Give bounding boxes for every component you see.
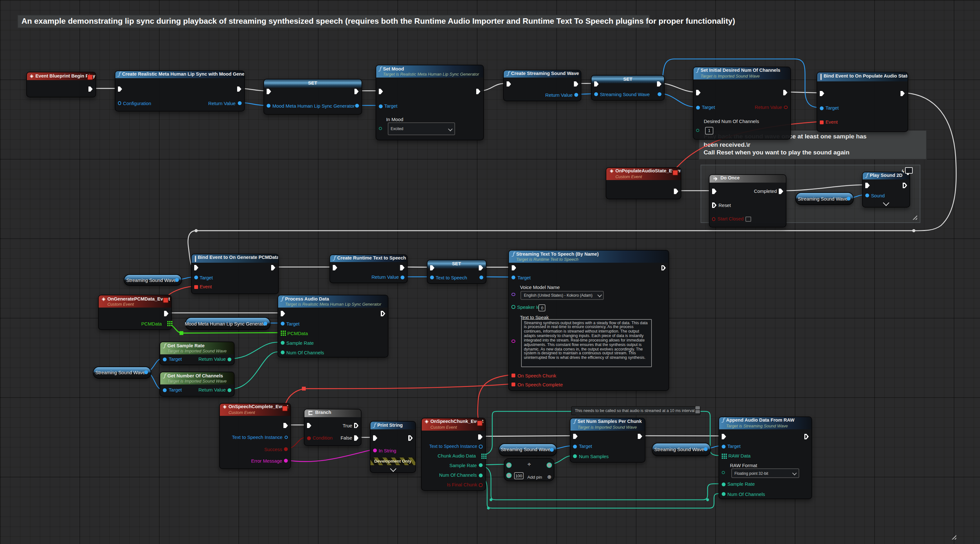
exec-out-pin[interactable] bbox=[164, 311, 169, 316]
var-pill-streaming-sound-wave[interactable]: Streaming Sound Wave bbox=[796, 192, 854, 205]
var-out-pin[interactable] bbox=[355, 104, 359, 108]
expand-chevron-icon[interactable] bbox=[390, 466, 396, 472]
var-in-pin[interactable] bbox=[430, 275, 434, 279]
node-bind-on-generate-pcmdata[interactable]: Bind Event to On Generate PCMData Target… bbox=[191, 254, 278, 294]
node-get-sample-rate[interactable]: ƒGet Sample RateTarget is Imported Sound… bbox=[160, 342, 235, 366]
var-out-pin[interactable] bbox=[847, 197, 851, 200]
chunk-audio-data-pin[interactable] bbox=[481, 454, 483, 455]
node-event-begin-play[interactable]: ◈Event Blueprint Begin Play bbox=[26, 72, 96, 97]
divide-in-b-pin[interactable] bbox=[507, 473, 511, 477]
num-channels-pin[interactable] bbox=[722, 492, 725, 496]
raw-data-array-pin[interactable] bbox=[722, 454, 723, 455]
var-out-pin[interactable] bbox=[703, 448, 707, 452]
return-value-pin[interactable] bbox=[574, 93, 578, 97]
exec-out-pin[interactable] bbox=[478, 434, 483, 439]
node-create-realistic-lipsync[interactable]: ƒCreate Realistic Meta Human Lip Sync wi… bbox=[115, 70, 245, 111]
pcmdata-array-pin[interactable] bbox=[167, 321, 169, 322]
exec-in-pin[interactable] bbox=[512, 265, 516, 271]
exec-in-pin[interactable] bbox=[507, 81, 511, 87]
target-pin[interactable] bbox=[281, 322, 285, 326]
return-value-pin[interactable] bbox=[228, 388, 231, 392]
exec-in-pin[interactable] bbox=[379, 89, 383, 94]
add-pin-icon[interactable]: ⊕ bbox=[547, 474, 551, 480]
node-play-sound-2d[interactable]: ƒPlay Sound 2D Sound bbox=[862, 172, 910, 207]
node-set-mood[interactable]: ƒSet MoodTarget is Realistic Meta Human … bbox=[375, 65, 484, 140]
target-pin[interactable] bbox=[722, 445, 725, 449]
return-value-pin[interactable] bbox=[237, 101, 241, 105]
exec-in-pin[interactable] bbox=[307, 423, 311, 428]
voice-model-dropdown[interactable]: English (United States) - Kokoro (Adam) bbox=[521, 291, 604, 299]
sample-rate-pin[interactable] bbox=[479, 464, 483, 468]
divide-b-input[interactable]: 100 bbox=[514, 472, 523, 479]
false-pin[interactable] bbox=[354, 436, 359, 441]
node-print-string[interactable]: ƒPrint String In String Development Only bbox=[369, 421, 416, 472]
exec-in-pin[interactable] bbox=[573, 433, 578, 439]
in-string-pin[interactable] bbox=[373, 449, 377, 452]
bubble-comment-interval[interactable]: This needs to be called so that audio is… bbox=[571, 406, 700, 415]
node-do-once[interactable]: 1Do Once Completed Reset Start Closed bbox=[709, 174, 786, 227]
target-pin[interactable] bbox=[573, 445, 577, 449]
return-value-pin[interactable] bbox=[784, 106, 788, 109]
tts-instance-pin[interactable] bbox=[479, 445, 483, 448]
target-pin[interactable] bbox=[379, 104, 382, 108]
num-channels-pin[interactable] bbox=[281, 350, 285, 354]
sample-rate-pin[interactable] bbox=[281, 341, 285, 345]
text-to-speak-pin[interactable] bbox=[512, 340, 515, 343]
raw-format-pin[interactable] bbox=[722, 471, 725, 474]
condition-pin[interactable] bbox=[307, 436, 310, 440]
blueprint-canvas[interactable]: An example demonstrating lip sync during… bbox=[0, 0, 980, 544]
node-on-speech-chunk-event[interactable]: ◈OnSpeechChunk_EventCustom Event Text to… bbox=[421, 417, 485, 491]
exec-in-pin[interactable] bbox=[865, 183, 870, 188]
exec-out-pin[interactable] bbox=[88, 86, 92, 92]
in-mood-pin[interactable] bbox=[379, 127, 382, 130]
divide-in-a-pin[interactable] bbox=[507, 463, 511, 467]
return-value-pin[interactable] bbox=[228, 358, 231, 361]
return-value-pin[interactable] bbox=[401, 275, 404, 279]
desired-num-input[interactable]: 1 bbox=[705, 127, 713, 134]
exec-out-pin[interactable] bbox=[408, 436, 413, 441]
exec-in-pin[interactable] bbox=[722, 434, 726, 439]
node-process-audio-data[interactable]: ƒProcess Audio DataTarget is Realistic M… bbox=[278, 295, 389, 358]
node-on-speech-complete-event[interactable]: ◈OnSpeechComplete_EventCustom Event Text… bbox=[219, 403, 291, 469]
success-pin[interactable] bbox=[284, 447, 288, 451]
in-mood-dropdown[interactable]: Excited bbox=[387, 122, 455, 135]
start-closed-checkbox[interactable] bbox=[745, 216, 751, 222]
event-delegate-pin[interactable] bbox=[820, 121, 824, 124]
var-in-pin[interactable] bbox=[594, 92, 598, 96]
node-append-audio-data-from-raw[interactable]: ƒAppend Audio Data From RAWTarget is Str… bbox=[719, 417, 812, 499]
exec-in-pin[interactable] bbox=[712, 189, 717, 194]
target-pin[interactable] bbox=[696, 105, 700, 109]
target-pin[interactable] bbox=[194, 276, 198, 280]
exec-out-pin[interactable] bbox=[783, 90, 788, 95]
voice-model-pin[interactable] bbox=[512, 293, 515, 296]
sound-pin[interactable] bbox=[865, 194, 869, 197]
node-set-mood-generator-var[interactable]: SET Mood Meta Human Lip Sync Generator bbox=[263, 79, 362, 115]
var-in-pin[interactable] bbox=[267, 104, 270, 108]
on-speech-chunk-pin[interactable] bbox=[512, 374, 515, 377]
node-on-generate-pcmdata-event[interactable]: ◈OnGeneratePCMData_EventCustom Event PCM… bbox=[98, 295, 172, 330]
completed-pin[interactable] bbox=[779, 189, 783, 194]
error-message-pin[interactable] bbox=[284, 459, 288, 463]
exec-out-pin[interactable] bbox=[237, 86, 241, 92]
var-pill-streaming-sound-wave[interactable]: Streaming Sound Wave bbox=[652, 443, 711, 456]
exec-out-pin[interactable] bbox=[674, 189, 678, 194]
var-pill-mood-generator[interactable]: Mood Meta Human Lip Sync Generator bbox=[185, 318, 271, 330]
var-out-pin[interactable] bbox=[479, 275, 483, 279]
node-set-text-to-speech-var[interactable]: SET Text to Speech bbox=[427, 259, 487, 284]
node-branch[interactable]: Branch True Condition False bbox=[304, 409, 362, 445]
node-set-streaming-sound-wave-var[interactable]: SET Streaming Sound Wave bbox=[591, 75, 665, 101]
target-pin[interactable] bbox=[163, 388, 167, 392]
target-pin[interactable] bbox=[820, 106, 824, 110]
pcmdata-array-pin[interactable] bbox=[281, 331, 282, 332]
raw-format-dropdown[interactable]: Floating point 32-bit bbox=[731, 468, 799, 478]
var-pill-streaming-sound-wave[interactable]: Streaming Sound Wave bbox=[498, 443, 557, 456]
delegate-icon[interactable] bbox=[282, 405, 288, 411]
desired-num-pin[interactable] bbox=[696, 129, 700, 132]
exec-in-pin[interactable] bbox=[332, 265, 337, 270]
exec-out-pin[interactable] bbox=[804, 434, 809, 439]
exec-in-pin[interactable] bbox=[820, 91, 824, 96]
node-create-streaming-sound-wave[interactable]: ƒCreate Streaming Sound Wave Return Valu… bbox=[503, 70, 582, 101]
reset-pin[interactable] bbox=[712, 202, 717, 208]
node-get-number-of-channels[interactable]: ƒGet Number Of ChannelsTarget is Importe… bbox=[160, 372, 235, 396]
var-out-pin[interactable] bbox=[175, 278, 179, 282]
